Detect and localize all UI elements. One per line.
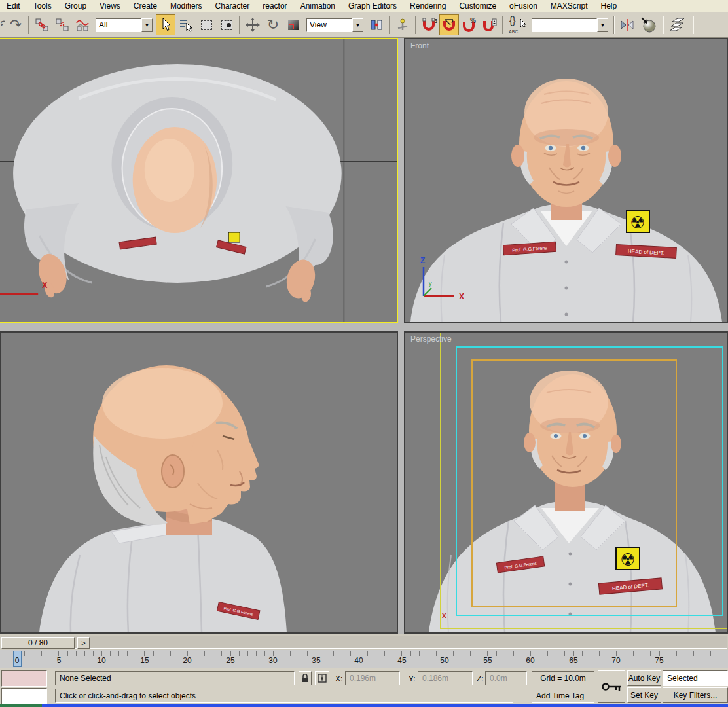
track-bar[interactable]: 0 5 10 15 20 25 30 35 40 45 50 55 60 65 … <box>0 650 728 668</box>
select-and-move-button[interactable] <box>243 14 263 35</box>
angle-snap-toggle-button[interactable] <box>439 14 459 35</box>
add-time-tag-button[interactable]: Add Time Tag <box>532 689 594 703</box>
character-top-view: X <box>0 39 397 322</box>
svg-text:X: X <box>42 281 47 290</box>
menu-graph-editors[interactable]: Graph Editors <box>342 1 403 12</box>
coordinate-system-dropdown-arrow[interactable]: ▼ <box>352 18 363 32</box>
set-keys-button[interactable] <box>598 670 625 703</box>
menu-tools[interactable]: Tools <box>27 1 58 12</box>
unlink-selection-button[interactable] <box>52 14 72 35</box>
rect-region-icon <box>201 20 212 30</box>
tick-label: 15 <box>140 656 149 665</box>
menu-views[interactable]: Views <box>93 1 127 12</box>
menu-group[interactable]: Group <box>58 1 93 12</box>
time-slider-handle[interactable]: 0 / 80 <box>1 637 75 649</box>
undo-icon: ↶ <box>0 17 5 33</box>
svg-text:y: y <box>429 280 432 287</box>
viewport-perspective[interactable]: Perspective <box>404 331 728 634</box>
mirror-button[interactable] <box>617 14 637 35</box>
select-by-name-button[interactable] <box>176 14 196 35</box>
toolbar-separator <box>663 16 664 34</box>
bind-to-space-warp-button[interactable] <box>73 14 92 35</box>
coordinate-system-value[interactable]: View <box>306 18 352 32</box>
viewport-top[interactable]: X <box>0 38 398 323</box>
toolbar-separator <box>415 16 416 34</box>
percent-snap-toggle-button[interactable]: % <box>460 14 479 35</box>
menu-edit[interactable]: Edit <box>0 1 27 12</box>
tick-label: 70 <box>611 656 620 665</box>
toolbar-separator <box>502 16 503 34</box>
selection-lock-toggle[interactable] <box>299 671 312 685</box>
viewport-perspective-label[interactable]: Perspective <box>410 335 452 344</box>
tick-label: 0 <box>15 656 20 665</box>
absolute-offset-mode-toggle[interactable] <box>315 671 329 685</box>
next-frame-button[interactable]: > <box>77 637 90 649</box>
toolbar-separator <box>693 16 694 34</box>
percent-snap-icon: % <box>462 17 477 33</box>
viewport-left[interactable]: Prof. G.G.Ferens <box>0 331 398 634</box>
snaps-toggle-button[interactable]: 3 <box>419 14 439 35</box>
menu-maxscript[interactable]: MAXScript <box>544 1 594 12</box>
layer-manager-button[interactable] <box>666 14 690 35</box>
space-warp-icon <box>75 18 90 32</box>
menu-customize[interactable]: Customize <box>452 1 503 12</box>
named-sets-icon: {} ABC <box>509 16 526 33</box>
spinner-snap-icon <box>482 17 498 33</box>
key-filters-button[interactable]: Key Filters... <box>663 687 728 703</box>
use-pivot-point-center-button[interactable] <box>367 14 386 35</box>
auto-key-button[interactable]: Auto Key <box>627 670 661 686</box>
radiation-badge: ☢ <box>627 211 649 232</box>
menu-ofusion[interactable]: oFusion <box>503 1 544 12</box>
key-mode-combo[interactable]: Selected <box>663 670 728 686</box>
select-and-link-button[interactable] <box>32 14 52 35</box>
menu-create[interactable]: Create <box>127 1 164 12</box>
menu-rendering[interactable]: Rendering <box>403 1 452 12</box>
tick-label: 30 <box>268 656 277 665</box>
window-bottom-strip <box>42 704 728 707</box>
rectangular-selection-region-button[interactable] <box>196 14 216 35</box>
maxscript-mini-listener-macro[interactable] <box>1 670 47 687</box>
named-sets-dropdown-arrow[interactable]: ▼ <box>597 18 608 32</box>
main-toolbar: ↶ ↷ <box>0 12 728 38</box>
selection-filter-combo[interactable]: All ▼ <box>96 18 153 32</box>
select-object-button[interactable] <box>156 14 175 35</box>
tick-label: 50 <box>440 656 448 665</box>
edit-named-selection-sets-button[interactable]: {} ABC <box>506 14 528 35</box>
menu-animation[interactable]: Animation <box>294 1 342 12</box>
svg-text:☢: ☢ <box>630 213 645 232</box>
z-coordinate-input[interactable]: 0.0m <box>485 671 527 685</box>
selection-filter-dropdown-arrow[interactable]: ▼ <box>141 18 153 32</box>
pivot-center-icon <box>369 18 384 32</box>
y-coordinate-input[interactable]: 0.186m <box>418 671 473 685</box>
align-icon <box>640 16 657 33</box>
viewport-front-label[interactable]: Front <box>410 41 429 50</box>
menu-reactor[interactable]: reactor <box>256 1 293 12</box>
tick-label: 75 <box>655 656 663 665</box>
spinner-snap-toggle-button[interactable] <box>480 14 500 35</box>
menu-help[interactable]: Help <box>594 1 624 12</box>
window-crossing-toggle-button[interactable] <box>217 14 236 35</box>
maxscript-mini-listener[interactable] <box>1 688 47 704</box>
align-button[interactable] <box>638 14 660 35</box>
select-and-scale-button[interactable] <box>283 14 303 35</box>
window-crossing-icon <box>221 20 232 30</box>
reference-coordinate-system-combo[interactable]: View ▼ <box>306 18 363 32</box>
undo-button[interactable]: ↶ <box>0 14 5 35</box>
menu-character[interactable]: Character <box>209 1 257 12</box>
svg-text:Z: Z <box>420 256 425 265</box>
toolbar-separator <box>239 16 240 34</box>
axis-gizmo-perspective: x <box>442 611 446 620</box>
set-key-button[interactable]: Set Key <box>627 687 661 703</box>
named-selection-set-value[interactable] <box>532 18 597 32</box>
viewport-front[interactable]: Front <box>404 38 728 323</box>
tick-label: 5 <box>57 656 62 665</box>
select-and-rotate-button[interactable]: ↻ <box>263 14 283 35</box>
time-slider-track[interactable]: 0 / 80 > <box>1 636 727 649</box>
named-selection-sets-combo[interactable]: ▼ <box>532 18 608 32</box>
menu-modifiers[interactable]: Modifiers <box>164 1 209 12</box>
x-coordinate-input[interactable]: 0.196m <box>345 671 400 685</box>
select-and-manipulate-button[interactable] <box>393 14 412 35</box>
svg-text:X: X <box>459 292 464 301</box>
selection-filter-value[interactable]: All <box>96 18 141 32</box>
redo-button[interactable]: ↷ <box>6 14 26 35</box>
